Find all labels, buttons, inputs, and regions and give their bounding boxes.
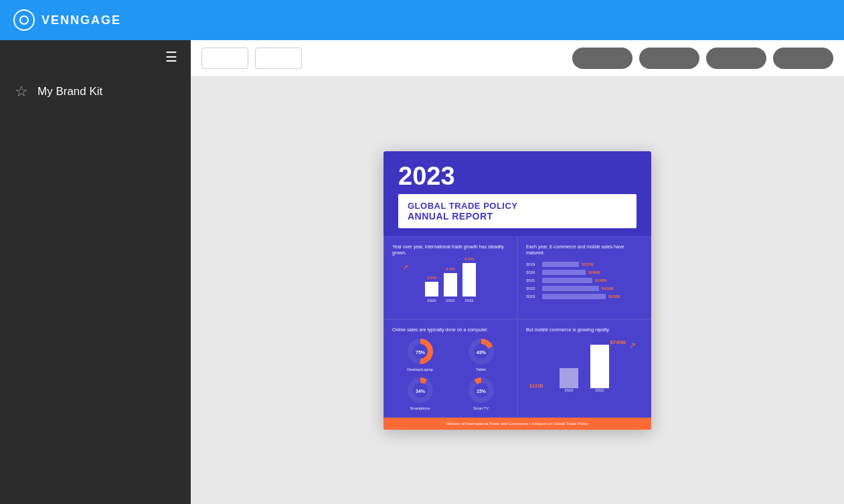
- infographic-header: 2023 GLOBAL TRADE POLICY ANNUAL REPORT: [384, 151, 651, 236]
- logo-area: VENNGAGE: [13, 9, 121, 31]
- venngage-logo-icon: [13, 9, 35, 31]
- sidebar-item-brand-kit[interactable]: ☆ My Brand Kit: [0, 74, 191, 110]
- hbar-2019-bar: [542, 262, 579, 267]
- donut-smarttv-label: Smart TV: [473, 406, 489, 410]
- donut-desktop: 75% Desktop/Laptop: [392, 338, 448, 371]
- infographic-footer: Ministry of International Trade and Comm…: [384, 418, 651, 430]
- donut-smartphone-svg: 34%: [407, 377, 434, 404]
- section-growth-chart: But mobile commerce is growing rapidly. …: [517, 319, 651, 418]
- growth-bar-2022-year: 2022: [595, 388, 604, 392]
- donut-smartphone: 34% Smartphone: [392, 377, 448, 410]
- svg-text:43%: 43%: [476, 350, 486, 355]
- section2-title: Each year, E-commerce and mobile sales h…: [526, 244, 643, 256]
- svg-text:15%: 15%: [476, 389, 486, 394]
- logo-text: VENNGAGE: [41, 13, 121, 27]
- hbar-chart: 2019 $237B 2020 $280B 2021: [526, 262, 643, 299]
- canvas-area: 2023 GLOBAL TRADE POLICY ANNUAL REPORT Y…: [191, 77, 844, 504]
- toolbar-pill-3[interactable]: [706, 48, 766, 69]
- donut-grid: 75% Desktop/Laptop 43%: [392, 338, 509, 410]
- toolbar: [191, 40, 844, 77]
- growth-bars: 2015 2022: [526, 345, 643, 392]
- bar-2022-val: 5.2%: [465, 257, 474, 261]
- donut-tablet-svg: 43%: [468, 338, 495, 365]
- donut-desktop-svg: 75%: [407, 338, 434, 365]
- growth-bar-2015-year: 2015: [564, 388, 573, 392]
- donut-smarttv-svg: 15%: [468, 377, 495, 404]
- donut-desktop-label: Desktop/Laptop: [407, 367, 433, 371]
- hbar-2021: 2021 $340B: [526, 278, 643, 283]
- star-icon: ☆: [15, 83, 28, 100]
- section-hbar-chart: Each year, E-commerce and mobile sales h…: [517, 236, 651, 319]
- hbar-2020-bar: [542, 270, 586, 275]
- section-donut-charts: Online sales are typically done on a com…: [384, 319, 517, 418]
- infographic-body: Year over year, international trade grow…: [384, 236, 651, 417]
- bar-2022-rect: [462, 263, 476, 297]
- hbar-2021-bar: [542, 278, 592, 283]
- hbar-2023-bar: [542, 294, 606, 299]
- growth-bar-2015: 2015: [560, 368, 578, 392]
- hbar-2019: 2019 $237B: [526, 262, 643, 267]
- brand-kit-label: My Brand Kit: [37, 85, 102, 98]
- toolbar-button-2[interactable]: [255, 48, 302, 69]
- sidebar-header: ☰: [0, 40, 191, 74]
- bar-2022-year: 2022: [465, 299, 473, 303]
- donut-smarttv: 15% Smart TV: [453, 377, 509, 410]
- growth-bar-2022: 2022: [590, 345, 609, 392]
- bar-2022: 5.2% 2022: [462, 257, 476, 303]
- donut-smartphone-label: Smartphone: [410, 406, 430, 410]
- section4-title: But mobile commerce is growing rapidly.: [526, 327, 643, 333]
- donut-tablet-label: Tablet: [476, 367, 486, 371]
- bar-2021-year: 2021: [446, 299, 454, 303]
- trend-arrow-icon: ↗: [402, 263, 408, 272]
- svg-text:75%: 75%: [415, 350, 425, 355]
- toolbar-pill-4[interactable]: [773, 48, 833, 69]
- hbar-2022-bar: [542, 286, 599, 291]
- infographic-title-line2: ANNUAL REPORT: [408, 211, 627, 222]
- sidebar: ☰ ☆ My Brand Kit: [0, 40, 191, 504]
- bar-2020-year: 2020: [427, 299, 436, 303]
- donut-tablet: 43% Tablet: [453, 338, 509, 371]
- infographic-title-line1: GLOBAL TRADE POLICY: [408, 201, 627, 211]
- toolbar-pill-2[interactable]: [639, 48, 699, 69]
- section1-title: Year over year, international trade grow…: [392, 244, 509, 256]
- bar-2021-val: 3.7%: [446, 267, 455, 271]
- hbar-2023: 2023 $530B: [526, 294, 643, 299]
- bar-chart: ↗ 2.5% 2020 3.7% 2021: [392, 262, 509, 312]
- section3-title: Online sales are typically done on a com…: [392, 327, 509, 333]
- infographic-footer-text: Ministry of International Trade and Comm…: [446, 422, 588, 426]
- hbar-2020: 2020 $280B: [526, 270, 643, 275]
- hbar-2022: 2022 $410B: [526, 286, 643, 291]
- svg-text:34%: 34%: [415, 389, 425, 394]
- bar-2021-rect: [444, 273, 457, 297]
- infographic-card: 2023 GLOBAL TRADE POLICY ANNUAL REPORT Y…: [384, 151, 651, 429]
- infographic-year: 2023: [398, 163, 637, 189]
- navbar: VENNGAGE: [0, 0, 844, 40]
- toolbar-button-1[interactable]: [201, 48, 248, 69]
- growth-bar-2015-rect: [560, 368, 578, 388]
- toolbar-pill-1[interactable]: [572, 48, 632, 69]
- infographic-title-box: GLOBAL TRADE POLICY ANNUAL REPORT: [398, 194, 637, 228]
- hamburger-icon[interactable]: ☰: [165, 50, 177, 64]
- bar-2020: 2.5% 2020: [425, 276, 438, 303]
- section-bar-chart: Year over year, international trade grow…: [384, 236, 517, 319]
- content-area: 2023 GLOBAL TRADE POLICY ANNUAL REPORT Y…: [191, 40, 844, 504]
- bar-2020-rect: [425, 282, 438, 297]
- bar-2020-val: 2.5%: [427, 276, 436, 280]
- main-layout: ☰ ☆ My Brand Kit 2023: [0, 40, 844, 504]
- growth-chart: ↗ $745B $133B 2015: [526, 338, 643, 402]
- growth-bar-2022-rect: [590, 345, 609, 388]
- bar-2021: 3.7% 2021: [444, 267, 457, 303]
